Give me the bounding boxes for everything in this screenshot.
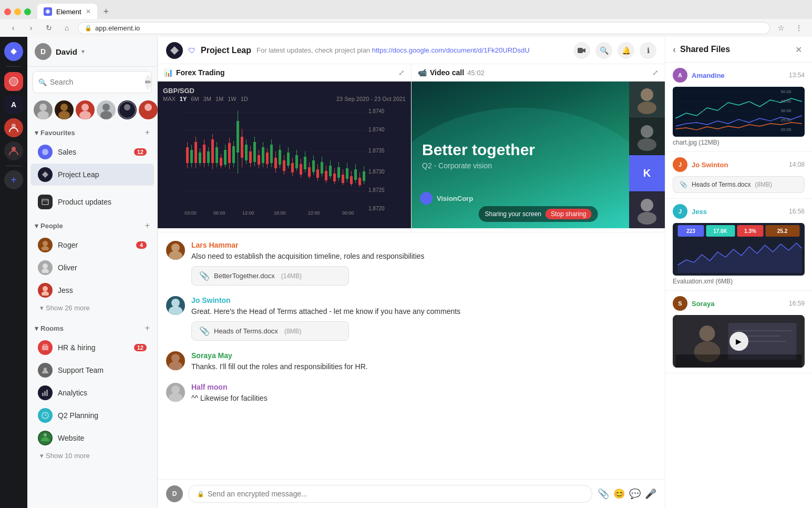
- home-button[interactable]: ⌂: [60, 21, 74, 35]
- tab-close-icon[interactable]: ✕: [86, 8, 91, 15]
- analytics-icon: [38, 385, 53, 400]
- project-leap-label: Project Leap: [58, 170, 147, 179]
- close-window-btn[interactable]: [4, 8, 11, 15]
- search-input[interactable]: [50, 78, 142, 86]
- new-tab-button[interactable]: +: [99, 5, 113, 18]
- rooms-header[interactable]: ▾ Rooms +: [27, 320, 157, 336]
- svg-point-174: [700, 326, 715, 341]
- workspace-b[interactable]: A: [4, 95, 23, 114]
- rooms-chevron-icon: ▾: [40, 452, 44, 460]
- presentation-subtitle: Q2 - Corporate vision: [422, 161, 623, 169]
- app: A + D David ▾ 🔍 ✏: [0, 37, 812, 508]
- video-call-body: Better together Q2 - Corporate vision Vi…: [412, 82, 665, 228]
- timeframe-1w[interactable]: 1W: [228, 96, 237, 102]
- jo-attachment[interactable]: 📎 Heads of Terms.docx (8MB): [191, 321, 349, 341]
- active-tab[interactable]: Element ✕: [37, 4, 97, 19]
- video-call-button[interactable]: [573, 42, 590, 59]
- sidebar-item-sales[interactable]: Sales 12: [30, 141, 154, 163]
- add-workspace-button[interactable]: +: [4, 170, 23, 189]
- oliver-avatar: [38, 260, 53, 275]
- user-info[interactable]: D David ▾: [35, 43, 85, 60]
- timeframe-max[interactable]: MAX: [163, 96, 176, 102]
- timeframe-1d[interactable]: 1D: [241, 96, 248, 102]
- sidebar-item-project-leap[interactable]: Project Leap: [30, 164, 154, 186]
- avatar-6[interactable]: [139, 100, 158, 119]
- video-thumbnails: K: [629, 82, 665, 228]
- avatar-4[interactable]: [97, 100, 116, 119]
- svg-point-31: [44, 433, 47, 436]
- notification-button[interactable]: 🔔: [618, 42, 634, 59]
- avatar-3[interactable]: [76, 100, 95, 119]
- timeframe-1y[interactable]: 1Y: [180, 96, 187, 102]
- svg-rect-180: [676, 354, 802, 368]
- website-label: Website: [58, 434, 147, 442]
- rooms-add-icon[interactable]: +: [145, 323, 150, 333]
- back-icon[interactable]: ‹: [673, 44, 676, 55]
- message-input-area: D 🔒 📎 😊 💬 🎤: [158, 479, 665, 508]
- refresh-button[interactable]: ↻: [42, 21, 56, 35]
- room-avatar: [166, 42, 183, 59]
- room-name: Project Leap: [201, 46, 251, 55]
- favourites-header[interactable]: ▾ Favourites +: [27, 125, 157, 140]
- svg-text:25.00: 25.00: [781, 118, 792, 123]
- forward-button[interactable]: ›: [24, 21, 38, 35]
- attachment-icon-2: 📎: [199, 326, 210, 336]
- compose-button[interactable]: ✏: [145, 75, 151, 89]
- minimize-window-btn[interactable]: [14, 8, 21, 15]
- play-button[interactable]: ▶: [729, 332, 748, 351]
- timeframe-6m[interactable]: 6M: [191, 96, 199, 102]
- search-room-button[interactable]: 🔍: [595, 42, 612, 59]
- workspace-d[interactable]: [4, 141, 23, 160]
- show-more-people[interactable]: ▾ Show 26 more: [33, 302, 157, 316]
- back-button[interactable]: ‹: [6, 21, 20, 35]
- timeframe-3m[interactable]: 3M: [203, 96, 211, 102]
- sidebar-item-analytics[interactable]: Analytics: [30, 382, 154, 404]
- attach-button[interactable]: 📎: [598, 488, 609, 500]
- svg-text:20.00: 20.00: [781, 127, 792, 132]
- svg-point-9: [79, 111, 91, 119]
- voice-button[interactable]: 🎤: [645, 488, 656, 500]
- chart-icon: 📊: [164, 68, 173, 77]
- avatar-2[interactable]: [55, 100, 74, 119]
- room-link[interactable]: https://docs.google.com/document/d/1Fk20…: [372, 46, 530, 54]
- bookmark-button[interactable]: ☆: [774, 21, 788, 35]
- svg-rect-27: [44, 391, 46, 396]
- people-add-icon[interactable]: +: [145, 221, 150, 230]
- shared-file-jo: J Jo Swinton 14:08 📎 Heads of Terms.docx…: [665, 152, 812, 199]
- forex-expand-button[interactable]: ⤢: [398, 68, 405, 77]
- video-call-expand-button[interactable]: ⤢: [652, 68, 659, 77]
- sidebar-item-hr-hiring[interactable]: HR & hiring 12: [30, 337, 154, 359]
- sidebar-item-q2-planning[interactable]: Q2 Planning: [30, 404, 154, 426]
- info-button[interactable]: ℹ: [640, 42, 656, 59]
- amandine-avatar: A: [673, 68, 687, 83]
- workspace-element[interactable]: [4, 42, 23, 61]
- sidebar-item-website[interactable]: Website: [30, 427, 154, 449]
- message-input[interactable]: [208, 490, 583, 498]
- analytics-label: Analytics: [58, 389, 147, 397]
- sidebar-item-oliver[interactable]: Oliver: [30, 257, 154, 279]
- svg-text:06:00: 06:00: [213, 210, 225, 216]
- jo-file-attachment[interactable]: 📎 Heads of Terms.docx (8MB): [673, 176, 805, 193]
- avatar-1[interactable]: [34, 100, 53, 119]
- lars-attachment[interactable]: 📎 BetterTogether.docx (14MB): [191, 266, 349, 286]
- file-sender-jess: J Jess 16:56: [673, 204, 805, 219]
- avatar-5[interactable]: [118, 100, 137, 119]
- stop-sharing-button[interactable]: Stop sharing: [546, 209, 591, 219]
- close-panel-button[interactable]: ✕: [792, 43, 805, 56]
- chevron-right-icon: ▾: [40, 304, 44, 312]
- favourites-add-icon[interactable]: +: [145, 128, 150, 137]
- maximize-window-btn[interactable]: [24, 8, 31, 15]
- menu-button[interactable]: ⋮: [792, 21, 806, 35]
- sidebar-item-product-updates[interactable]: Product updates: [30, 191, 154, 213]
- timeframe-1m[interactable]: 1M: [215, 96, 223, 102]
- sidebar-item-roger[interactable]: Roger 4: [30, 234, 154, 256]
- gif-button[interactable]: 💬: [629, 488, 641, 500]
- show-more-rooms[interactable]: ▾ Show 10 more: [33, 450, 157, 464]
- people-header[interactable]: ▾ People +: [27, 218, 157, 233]
- workspace-a[interactable]: [4, 72, 23, 91]
- workspace-c[interactable]: [4, 118, 23, 137]
- sidebar-item-jess[interactable]: Jess: [30, 279, 154, 301]
- sidebar-item-support-team[interactable]: Support Team: [30, 359, 154, 381]
- address-bar[interactable]: 🔒 app.element.io: [78, 22, 770, 34]
- emoji-button[interactable]: 😊: [613, 488, 625, 500]
